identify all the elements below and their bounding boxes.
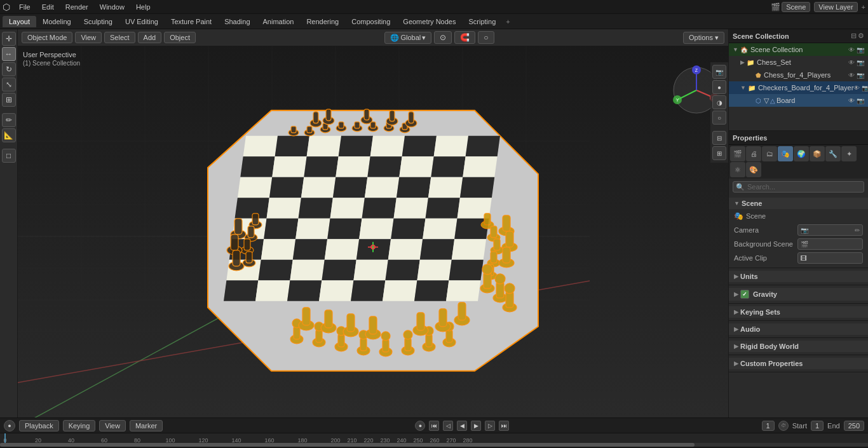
background-scene-value[interactable]: 🎬 bbox=[797, 238, 863, 250]
camera-edit-icon[interactable]: ✏ bbox=[855, 227, 860, 234]
cursor-tool[interactable]: ✛ bbox=[2, 32, 16, 46]
add-workspace-btn[interactable]: + bbox=[502, 17, 513, 27]
proportional-btn[interactable]: ○ bbox=[478, 31, 494, 44]
visibility-icon-2[interactable]: 👁 bbox=[848, 72, 855, 79]
transform-mode-btn[interactable]: 🌐 Global ▾ bbox=[384, 32, 431, 44]
timeline-scrollbar[interactable] bbox=[0, 443, 868, 447]
outliner-item-board[interactable]: ▶ ⬡ ▽ △ Board 👁 📷 bbox=[729, 94, 868, 107]
tab-compositing[interactable]: Compositing bbox=[345, 16, 397, 27]
prop-tab-modifiers[interactable]: 🔧 bbox=[825, 146, 841, 161]
prop-tab-view-layer[interactable]: 🗂 bbox=[762, 146, 777, 161]
add-cube-tool[interactable]: □ bbox=[2, 149, 16, 163]
viewport-object-btn[interactable]: Object bbox=[164, 32, 196, 43]
menu-window[interactable]: Window bbox=[95, 2, 130, 12]
prop-tab-render[interactable]: 🎬 bbox=[730, 146, 745, 161]
visibility-icon-4[interactable]: 👁 bbox=[848, 97, 855, 104]
visibility-icon-0[interactable]: 👁 bbox=[848, 46, 855, 53]
render-icon-2[interactable]: 📷 bbox=[857, 72, 864, 79]
outliner-filter-icon[interactable]: ⊟ bbox=[851, 32, 857, 40]
playback-label[interactable]: Playback bbox=[19, 420, 59, 431]
outliner-item-chess-set[interactable]: ▶ 📁 Chess_Set 👁 📷 bbox=[729, 56, 868, 69]
step-back-btn[interactable]: ◁ bbox=[443, 421, 453, 431]
rotate-tool[interactable]: ↻ bbox=[2, 62, 16, 76]
gravity-checkbox[interactable]: ✓ bbox=[740, 290, 749, 299]
menu-edit[interactable]: Edit bbox=[37, 2, 59, 12]
tab-sculpting[interactable]: Sculpting bbox=[78, 16, 119, 27]
prop-tab-particles[interactable]: ✦ bbox=[841, 146, 857, 161]
gravity-section-header[interactable]: ▶ ✓ Gravity bbox=[729, 288, 868, 301]
menu-render[interactable]: Render bbox=[60, 2, 93, 12]
tab-modeling[interactable]: Modeling bbox=[36, 16, 78, 27]
overlay-btn[interactable]: ⊟ bbox=[712, 131, 726, 145]
visibility-icon-3[interactable]: 👁 bbox=[853, 85, 860, 92]
outliner-item-scene-collection[interactable]: ▼ 🏠 Scene Collection 👁 📷 bbox=[729, 43, 868, 56]
outliner-item-checkers-board[interactable]: ▼ 📁 Checkers_Board_for_4_Player 👁 📷 bbox=[729, 81, 868, 94]
render-icon-4[interactable]: 📷 bbox=[857, 97, 864, 104]
properties-search[interactable]: 🔍 Search... bbox=[733, 181, 864, 193]
play-btn[interactable]: ▶ bbox=[471, 421, 481, 431]
tab-geometry-nodes[interactable]: Geometry Nodes bbox=[397, 16, 462, 27]
outliner-options-icon[interactable]: ⚙ bbox=[858, 32, 864, 40]
scene-section-header[interactable]: ▼ Scene bbox=[729, 198, 868, 209]
prop-tab-physics[interactable]: ⚛ bbox=[730, 162, 745, 177]
keying-sets-header[interactable]: ▶ Keying Sets bbox=[729, 306, 868, 318]
tab-layout[interactable]: Layout bbox=[3, 16, 36, 27]
jump-start-btn[interactable]: ⏮ bbox=[429, 421, 439, 431]
start-frame[interactable]: 1 bbox=[811, 421, 824, 431]
viewport-canvas[interactable]: User Perspective (1) Scene Collection X … bbox=[18, 46, 728, 417]
viewport-mode-btn[interactable]: Object Mode bbox=[22, 32, 72, 43]
tab-texture-paint[interactable]: Texture Paint bbox=[165, 16, 218, 27]
snap-btn[interactable]: 🧲 bbox=[454, 31, 475, 44]
menu-help[interactable]: Help bbox=[131, 2, 156, 12]
outliner-item-chess-4[interactable]: ▶ ⬟ Chess_for_4_Players 👁 📷 bbox=[729, 69, 868, 81]
custom-properties-header[interactable]: ▶ Custom Properties bbox=[729, 358, 868, 369]
move-tool[interactable]: ↔ bbox=[2, 47, 16, 61]
tab-scripting[interactable]: Scripting bbox=[462, 16, 502, 27]
prop-tab-material[interactable]: 🎨 bbox=[746, 162, 761, 177]
prop-tab-scene[interactable]: 🎭 bbox=[778, 146, 793, 161]
blender-logo[interactable]: ⬡ bbox=[3, 2, 10, 12]
tab-shading[interactable]: Shading bbox=[218, 16, 256, 27]
end-frame[interactable]: 250 bbox=[844, 421, 864, 431]
measure-tool[interactable]: 📐 bbox=[2, 128, 16, 142]
scene-name-display[interactable]: Scene bbox=[782, 2, 810, 12]
marker-label[interactable]: Marker bbox=[130, 420, 163, 431]
tab-animation[interactable]: Animation bbox=[257, 16, 301, 27]
units-section-header[interactable]: ▶ Units bbox=[729, 271, 868, 282]
visibility-icon-1[interactable]: 👁 bbox=[848, 59, 855, 66]
camera-view-btn[interactable]: 📷 bbox=[712, 65, 726, 79]
step-forward-btn[interactable]: ▷ bbox=[485, 421, 495, 431]
prop-tab-output[interactable]: 🖨 bbox=[746, 146, 761, 161]
render-icon-0[interactable]: 📷 bbox=[857, 46, 864, 53]
tab-rendering[interactable]: Rendering bbox=[300, 16, 345, 27]
xray-btn[interactable]: ⊞ bbox=[712, 146, 726, 160]
record-btn[interactable]: ● bbox=[415, 421, 425, 431]
3d-viewport[interactable]: Object Mode View Select Add Object 🌐 Glo… bbox=[18, 29, 728, 417]
viewport-shading-solid[interactable]: ● bbox=[712, 80, 726, 94]
viewport-add-btn[interactable]: Add bbox=[138, 32, 162, 43]
transform-tool[interactable]: ⊞ bbox=[2, 93, 16, 107]
jump-end-btn[interactable]: ⏭ bbox=[499, 421, 509, 431]
scale-tool[interactable]: ⤡ bbox=[2, 78, 16, 92]
play-reverse-btn[interactable]: ◀ bbox=[457, 421, 467, 431]
camera-value[interactable]: 📷 ✏ bbox=[797, 224, 863, 236]
viewport-shading-material[interactable]: ◑ bbox=[712, 95, 726, 109]
pivot-btn[interactable]: ⊙ bbox=[434, 31, 452, 44]
annotate-tool[interactable]: ✏ bbox=[2, 113, 16, 127]
tab-uv-editing[interactable]: UV Editing bbox=[119, 16, 165, 27]
prop-tab-world[interactable]: 🌍 bbox=[794, 146, 809, 161]
viewport-shading-rendered[interactable]: ○ bbox=[712, 111, 726, 125]
viewport-select-btn[interactable]: Select bbox=[104, 32, 135, 43]
menu-file[interactable]: File bbox=[14, 2, 36, 12]
viewport-view-btn[interactable]: View bbox=[75, 32, 102, 43]
prop-tab-object[interactable]: 📦 bbox=[810, 146, 825, 161]
active-clip-value[interactable]: 🎞 bbox=[797, 252, 863, 264]
keying-label[interactable]: Keying bbox=[63, 420, 96, 431]
rigid-body-world-header[interactable]: ▶ Rigid Body World bbox=[729, 341, 868, 352]
view-label[interactable]: View bbox=[99, 420, 126, 431]
render-icon-1[interactable]: 📷 bbox=[857, 59, 864, 66]
current-frame-display[interactable]: 1 bbox=[762, 421, 775, 431]
options-btn[interactable]: Options ▾ bbox=[683, 32, 724, 44]
render-icon-3[interactable]: 📷 bbox=[862, 85, 868, 92]
add-tab-btn[interactable]: + bbox=[862, 3, 865, 11]
